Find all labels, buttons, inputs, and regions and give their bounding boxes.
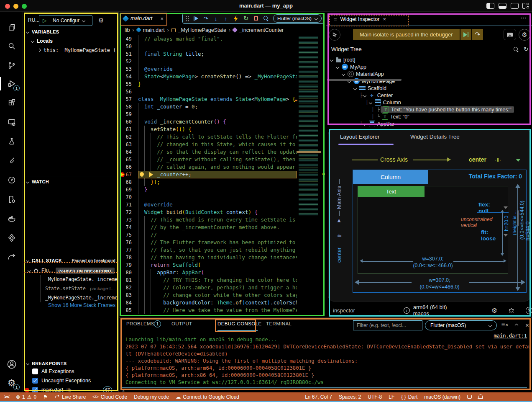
code-text[interactable]: // called again, and so nothing would ap…: [138, 163, 297, 171]
code-text[interactable]: @override: [138, 201, 297, 209]
widget-row-content[interactable]: AppBar: [368, 121, 395, 126]
code-line-69[interactable]: 69 }: [119, 186, 326, 193]
line-number[interactable]: 58: [119, 103, 138, 111]
code-line-72[interactable]: 72 Widget build(BuildContext context) {: [119, 209, 326, 216]
stack-frame[interactable]: State.setStatepackage:f...: [45, 284, 118, 293]
toggle-secondary-sidebar-icon[interactable]: [511, 3, 519, 9]
notifications-bell-icon[interactable]: [478, 395, 483, 398]
line-number[interactable]: 53: [119, 65, 138, 73]
code-text[interactable]: // changed in this State, which causes i…: [138, 141, 297, 148]
code-line-63[interactable]: 63 // changed in this State, which cause…: [119, 141, 326, 148]
code-text[interactable]: //: [138, 231, 297, 239]
debug-platform[interactable]: macOS (darwin): [424, 394, 460, 400]
close-tab-icon[interactable]: ×: [160, 15, 164, 22]
code-line-60[interactable]: 60 void _incrementCounter() {: [119, 118, 326, 126]
lightbulb-icon[interactable]: [140, 172, 144, 176]
code-text[interactable]: int _counter = 0;: [138, 103, 297, 111]
code-text[interactable]: @override: [138, 65, 297, 73]
problems-status[interactable]: ⊗1 ⚠0: [16, 394, 36, 400]
line-number[interactable]: 69: [119, 186, 138, 193]
code-text[interactable]: [138, 193, 297, 201]
code-line-55[interactable]: 55}: [119, 80, 326, 88]
maximize-panel-icon[interactable]: [515, 322, 518, 328]
debug-settings-gear-icon[interactable]: ⚙: [98, 17, 104, 24]
code-line-64[interactable]: 64 // so that the display can reflect th…: [119, 148, 326, 156]
widget-tree-row--root-[interactable]: [root]: [326, 56, 532, 63]
chevron-down-icon[interactable]: [368, 100, 372, 104]
widget-tree-row-text[interactable]: │ ├TText: "You have pushed the button th…: [326, 106, 532, 113]
code-text[interactable]: appBar: AppBar(: [138, 269, 297, 276]
code-line-75[interactable]: 75 //: [119, 231, 326, 239]
toggle-panel-icon[interactable]: [499, 3, 506, 9]
breadcrumb-file[interactable]: main.dart: [143, 27, 165, 33]
code-text[interactable]: setState(() {: [138, 126, 297, 133]
tab-layout-explorer[interactable]: Layout Explorer: [340, 134, 380, 140]
code-text[interactable]: void _incrementCounter() {: [138, 118, 297, 126]
line-number[interactable]: 67: [119, 171, 138, 178]
chevron-down-icon[interactable]: [336, 65, 339, 68]
search-icon[interactable]: [0, 38, 23, 54]
code-line-85[interactable]: 85 // Here we take the value from the My…: [119, 307, 326, 314]
line-number[interactable]: 49: [119, 35, 138, 43]
widget-inspector-button[interactable]: [261, 14, 271, 23]
code-text[interactable]: // fast, so that you can just rebuild an…: [138, 246, 297, 254]
tab-terminal[interactable]: TERMINAL: [266, 321, 292, 326]
chevron-down-icon[interactable]: [363, 93, 366, 97]
cursor-position[interactable]: Ln 67, Col 7: [305, 394, 332, 400]
line-number[interactable]: 56: [119, 88, 138, 95]
language-mode[interactable]: { } Dart: [401, 394, 417, 400]
line-number[interactable]: 68: [119, 178, 138, 186]
launch-config-dropdown[interactable]: No Configur: [50, 18, 92, 23]
tab-main-dart[interactable]: main.dart ×: [120, 13, 167, 24]
testing-icon[interactable]: [0, 133, 23, 150]
feedback-icon[interactable]: [467, 395, 472, 399]
line-number[interactable]: 73: [119, 216, 138, 224]
line-number[interactable]: 82: [119, 284, 138, 291]
line-number[interactable]: 77: [119, 246, 138, 254]
show-more-frames-link[interactable]: Show 16 More Stack Frames: [48, 302, 115, 308]
devtools-icon[interactable]: [0, 172, 23, 188]
line-number[interactable]: 65: [119, 156, 138, 163]
widget-tree-row-text[interactable]: │ └TText: "0": [326, 113, 532, 120]
code-line-68[interactable]: 68 });: [119, 178, 326, 186]
tab-widget-details-tree[interactable]: Widget Details Tree: [410, 134, 460, 140]
alignment-dropdown-caret[interactable]: [516, 159, 521, 162]
code-text[interactable]: }: [138, 80, 297, 88]
line-number[interactable]: 74: [119, 224, 138, 231]
code-line-71[interactable]: 71 @override: [119, 201, 326, 209]
line-number[interactable]: 50: [119, 43, 138, 50]
code-text[interactable]: });: [138, 178, 297, 186]
code-line-76[interactable]: 76 // The Flutter framework has been opt…: [119, 239, 326, 246]
line-number[interactable]: 51: [119, 50, 138, 58]
tab-widget-inspector[interactable]: ≡ Widget Inspector ×: [330, 13, 390, 25]
widget-row-content[interactable]: Column: [373, 99, 401, 106]
code-line-58[interactable]: 58 int _counter = 0;: [119, 103, 326, 111]
horizontal-scrollbar[interactable]: [327, 79, 402, 81]
line-number[interactable]: 84: [119, 299, 138, 307]
breadcrumb-lib[interactable]: lib: [125, 27, 130, 33]
widget-tree-row-materialapp[interactable]: MaterialApp: [326, 70, 532, 77]
code-text[interactable]: // by the _incrementCounter method above…: [138, 224, 297, 231]
step-over-icon[interactable]: ↷: [472, 29, 483, 40]
code-line-79[interactable]: 79 return Scaffold(: [119, 261, 326, 269]
console-input-prompt[interactable]: >: [122, 388, 125, 392]
code-line-59[interactable]: 59: [119, 111, 326, 118]
run-and-debug-icon[interactable]: 1: [0, 75, 23, 92]
resume-icon[interactable]: [460, 29, 471, 40]
customize-layout-icon[interactable]: [522, 3, 530, 9]
line-number[interactable]: 55: [119, 80, 138, 88]
line-number[interactable]: 76: [119, 239, 138, 246]
code-line-74[interactable]: 74 // by the _incrementCounter method ab…: [119, 224, 326, 231]
widget-tree-row-column[interactable]: │Column: [326, 99, 532, 106]
line-number[interactable]: 61: [119, 126, 138, 133]
screenshot-icon[interactable]: [504, 29, 516, 40]
code-text[interactable]: // change color while the other colors s…: [138, 291, 297, 299]
line-number[interactable]: 59: [119, 111, 138, 118]
call-stack-section-header[interactable]: CALL STACK Paused on breakpoint: [23, 256, 119, 265]
project-settings-icon[interactable]: [0, 191, 23, 208]
select-widget-mode-icon[interactable]: [329, 29, 340, 41]
variables-section-header[interactable]: VARIABLES: [23, 28, 119, 36]
code-line-65[interactable]: 65 // _counter without calling setState(…: [119, 156, 326, 163]
code-line-84[interactable]: 84 backgroundColor: Theme.of(context).co…: [119, 299, 326, 307]
code-text[interactable]: // This call to setState tells the Flutt…: [138, 133, 297, 141]
